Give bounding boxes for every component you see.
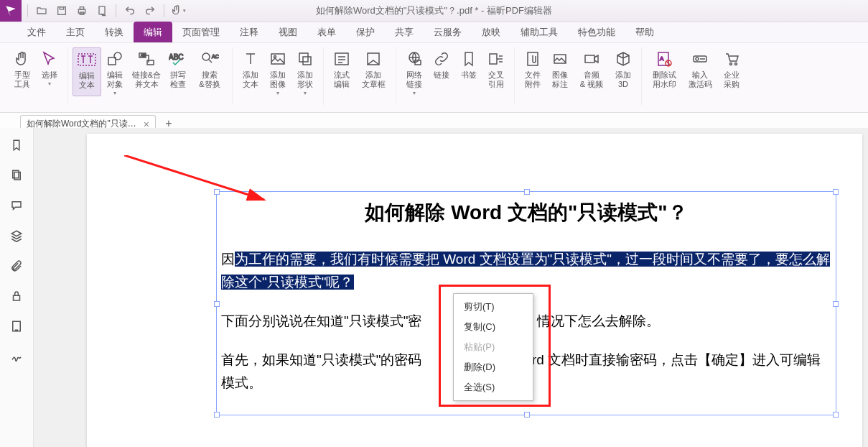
ctx-delete[interactable]: 删除(D) (454, 357, 533, 377)
flow-edit-button[interactable]: 流式编辑 (328, 47, 355, 89)
resize-handle[interactable] (524, 189, 530, 195)
edit-text-button[interactable]: 编辑文本 (73, 47, 101, 96)
page-view: 如何解除 Word 文档的"只读模式"？ 因为工作的需要，我们有时候需要把 Wo… (87, 134, 862, 447)
svg-point-13 (202, 53, 210, 60)
audio-video-button[interactable]: 音频& 视频 (574, 47, 610, 89)
enterprise-button[interactable]: 企业采购 (718, 47, 745, 89)
file-attach-button[interactable]: 文件附件 (519, 47, 546, 89)
signature-panel-icon[interactable] (8, 348, 25, 365)
resize-handle[interactable] (833, 301, 839, 307)
svg-rect-5 (99, 6, 105, 14)
redo-icon[interactable] (141, 1, 159, 20)
reflow-icon (332, 49, 352, 69)
security-panel-icon[interactable] (8, 287, 25, 305)
textbox-link-icon: AB (136, 49, 157, 69)
layers-panel-icon[interactable] (8, 227, 25, 244)
ctx-copy[interactable]: 复制(C) (454, 317, 533, 337)
ctx-paste: 粘贴(P) (454, 337, 533, 357)
pages-panel-icon[interactable] (8, 167, 25, 184)
comments-panel-icon[interactable] (8, 197, 25, 214)
open-icon[interactable] (32, 1, 51, 20)
image-annot-icon (550, 49, 570, 69)
link-merge-button[interactable]: AB链接&合并文本 (129, 47, 164, 96)
menu-view[interactable]: 视图 (269, 22, 307, 42)
resize-handle[interactable] (524, 412, 530, 418)
resize-handle[interactable] (833, 412, 839, 418)
select-tool-button[interactable]: 选择▾ (36, 47, 63, 89)
menu-page[interactable]: 页面管理 (172, 22, 230, 42)
add-3d-button[interactable]: 添加3D (610, 47, 637, 89)
menu-assist[interactable]: 辅助工具 (510, 22, 568, 42)
edit-object-button[interactable]: 编辑对象▾ (101, 47, 129, 96)
shapes-icon (105, 49, 125, 69)
add-shape-button[interactable]: 添加形状▾ (291, 47, 319, 96)
add-image-button[interactable]: 添加图像▾ (264, 47, 291, 96)
menu-convert[interactable]: 转换 (95, 22, 134, 42)
context-menu: 剪切(T) 复制(C) 粘贴(P) 删除(D) 全选(S) (453, 293, 533, 401)
key-icon (690, 49, 710, 69)
menu-bar: 文件 主页 转换 编辑 页面管理 注释 视图 表单 保护 共享 云服务 放映 辅… (0, 22, 868, 43)
link-button[interactable]: 链接 (428, 47, 455, 96)
resize-handle[interactable] (833, 189, 839, 195)
image-annot-button[interactable]: 图像标注 (546, 47, 574, 89)
menu-protect[interactable]: 保护 (346, 22, 385, 42)
menu-edit[interactable]: 编辑 (134, 22, 172, 42)
doc-paragraph-1[interactable]: 因为工作的需要，我们有时候需要把 Word 文档设置为"只读模式"，过一段时间又… (221, 248, 831, 294)
weblink-button[interactable]: 网络链接▾ (401, 47, 428, 96)
menu-share[interactable]: 共享 (385, 22, 424, 42)
menu-play[interactable]: 放映 (472, 22, 510, 42)
menu-file[interactable]: 文件 (17, 22, 56, 42)
ctx-cut[interactable]: 剪切(T) (454, 297, 533, 317)
crossref-button[interactable]: 交叉引用 (482, 47, 510, 96)
menu-help[interactable]: 帮助 (625, 22, 664, 42)
menu-cloud[interactable]: 云服务 (424, 22, 472, 42)
svg-rect-18 (303, 57, 311, 65)
print-icon[interactable] (73, 1, 91, 20)
resize-handle[interactable] (214, 412, 220, 418)
ribbon-toolbar: 手型工具 选择▾ 编辑文本 编辑对象▾ AB链接&合并文本 ABC拼写检查 AC… (0, 43, 868, 113)
svg-point-8 (114, 52, 121, 60)
svg-text:A: A (660, 55, 664, 62)
spellcheck-button[interactable]: ABC拼写检查 (164, 47, 192, 96)
svg-text:AB: AB (141, 53, 146, 57)
bookmark-icon (459, 49, 479, 69)
cube-icon (613, 49, 633, 69)
svg-point-32 (730, 63, 732, 65)
undo-icon[interactable] (121, 1, 139, 20)
svg-text:ABC: ABC (169, 53, 184, 61)
search-replace-button[interactable]: AC搜索&替换 (192, 47, 228, 96)
document-title: 如何解除Word文档的"只读模式"？.pdf * - 福昕PDF编辑器 (316, 4, 552, 17)
save-icon[interactable] (52, 1, 71, 20)
doc-heading[interactable]: 如何解除 Word 文档的"只读模式"？ (221, 199, 831, 226)
article-box-icon (363, 49, 383, 69)
menu-comment[interactable]: 注释 (230, 22, 269, 42)
new-doc-icon[interactable] (93, 1, 111, 20)
add-box-button[interactable]: 添加文章框 (355, 47, 391, 89)
image-icon (268, 49, 288, 69)
hand-icon (12, 49, 32, 69)
text-edit-icon (77, 50, 97, 70)
app-logo (0, 0, 22, 22)
menu-special[interactable]: 特色功能 (568, 22, 625, 42)
cart-icon (722, 49, 742, 69)
bookmark-panel-icon[interactable] (8, 137, 25, 154)
bookmark-button[interactable]: 书签 (455, 47, 482, 96)
resize-handle[interactable] (214, 189, 220, 195)
remove-watermark-button[interactable]: A删除试用水印 (646, 47, 682, 89)
camera-icon (582, 49, 602, 69)
svg-rect-36 (14, 295, 20, 300)
attachments-panel-icon[interactable] (8, 257, 25, 275)
fields-panel-icon[interactable] (8, 318, 25, 335)
hand-tool-button[interactable]: 手型工具 (9, 47, 36, 89)
canvas-area[interactable]: 如何解除 Word 文档的"只读模式"？ 因为工作的需要，我们有时候需要把 Wo… (34, 128, 868, 447)
shape-icon (295, 49, 315, 69)
hand-qat-icon[interactable]: ▾ (169, 1, 187, 20)
ctx-select-all[interactable]: 全选(S) (454, 377, 533, 397)
menu-home[interactable]: 主页 (56, 22, 95, 42)
text-icon (241, 49, 261, 69)
svg-rect-26 (585, 55, 594, 63)
resize-handle[interactable] (214, 301, 220, 307)
add-text-button[interactable]: 添加文本 (237, 47, 264, 96)
activation-button[interactable]: 输入激活码 (682, 47, 718, 89)
menu-form[interactable]: 表单 (307, 22, 346, 42)
